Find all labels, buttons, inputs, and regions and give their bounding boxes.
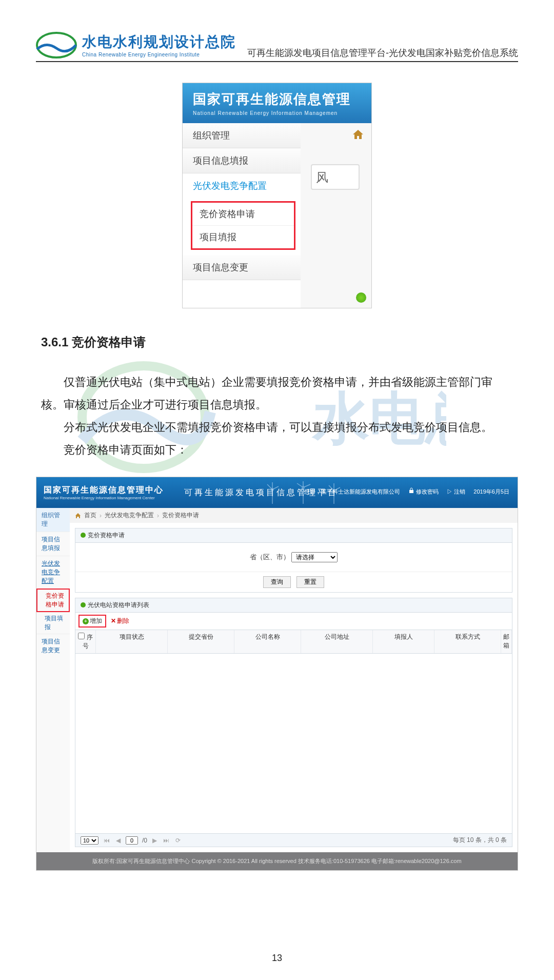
screenshot-app-page: 国家可再生能源信息管理中心 National Renewable Energy … (36, 477, 518, 871)
next-page-button[interactable]: ▶ (151, 837, 158, 844)
province-select[interactable]: 请选择 (291, 552, 338, 562)
chevron-icon: › (157, 512, 159, 519)
col-email: 邮箱 (501, 630, 512, 653)
sidebar-item-info-change[interactable]: 项目信息变更 (36, 634, 70, 658)
topbar-logo-cn: 国家可再生能源信息管理中心 (44, 485, 164, 496)
pager-summary: 每页 10 条，共 0 条 (453, 836, 507, 845)
last-page-button[interactable]: ⏭ (162, 837, 170, 844)
filter-panel: 竞价资格申请 省（区、市） 请选择 查询 重置 (75, 528, 512, 593)
subnav-bid-qualify[interactable]: 竞价资格申请 (192, 203, 294, 225)
content-panel-fragment: 风 (311, 164, 360, 190)
home-icon[interactable] (75, 513, 81, 519)
change-password-link[interactable]: 修改密码 (408, 487, 439, 496)
col-address: 公司地址 (301, 630, 373, 653)
add-button-highlighted[interactable]: +增加 (78, 615, 106, 628)
first-page-button[interactable]: ⏮ (103, 837, 111, 844)
add-icon: + (83, 618, 89, 624)
table-body-empty (75, 654, 512, 833)
body-paragraph-2: 分布式光伏发电企业不需填报竞价资格申请，可以直接填报分布式发电竞价项目信息。 (41, 416, 513, 439)
topbar-right: 您好，某平科士达新能源发电有限公司 修改密码 ▷ 注销 2019年6月5日 (304, 487, 509, 496)
prev-page-button[interactable]: ◀ (115, 837, 122, 844)
sidebar-item-pv-config[interactable]: 光伏发电竞争配置 (36, 556, 70, 589)
page-total: /0 (142, 837, 147, 844)
delete-button[interactable]: ✕删除 (111, 617, 129, 624)
col-company: 公司名称 (234, 630, 301, 653)
col-province: 提交省份 (168, 630, 234, 653)
col-filler: 填报人 (373, 630, 434, 653)
status-dot-icon (81, 533, 86, 538)
document-header: CREEI 水电水利规划设计总院 China Renewable Energy … (36, 31, 518, 62)
province-label: 省（区、市） (250, 553, 290, 561)
highlighted-submenu: 竞价资格申请 项目填报 (191, 201, 295, 250)
nav-item-project-info[interactable]: 项目信息填报 (183, 148, 301, 173)
app-footer: 版权所有:国家可再生能源信息管理中心 Copyright © 2016-2021… (36, 852, 518, 870)
chevron-icon: › (100, 512, 102, 519)
crumb-pv-config[interactable]: 光伏发电竞争配置 (105, 511, 154, 520)
query-button[interactable]: 查询 (263, 576, 291, 588)
list-toolbar: +增加 ✕删除 (75, 613, 512, 630)
page-number: 13 (36, 953, 518, 964)
page-size-select[interactable]: 10 (81, 836, 98, 845)
nav-item-org[interactable]: 组织管理 (183, 123, 301, 148)
section-heading: 3.6.1 竞价资格申请 (41, 334, 518, 350)
sidebar-sub-bid-qualify[interactable]: 竞价资格申请 (36, 589, 70, 612)
reset-button[interactable]: 重置 (296, 576, 324, 588)
crumb-bid-qualify: 竞价资格申请 (162, 511, 199, 520)
crumb-home[interactable]: 首页 (84, 511, 96, 520)
body-paragraph-3: 竞价资格申请页面如下： (41, 439, 513, 461)
svg-rect-17 (409, 490, 413, 493)
body-paragraph-1: 仅普通光伏电站（集中式电站）企业需要填报竞价资格申请，并由省级能源主管部门审核。… (41, 371, 513, 416)
pagination: 10 ⏮ ◀ /0 ▶ ⏭ ⟳ 每页 10 条，共 0 条 (75, 833, 512, 847)
header-left: CREEI 水电水利规划设计总院 China Renewable Energy … (36, 31, 236, 59)
status-dot-icon (81, 602, 86, 607)
page-input[interactable] (126, 836, 138, 845)
svg-line-9 (297, 483, 303, 487)
refresh-button[interactable]: ⟳ (174, 837, 182, 844)
nav-item-info-change[interactable]: 项目信息变更 (183, 255, 301, 280)
list-panel: 光伏电站资格申请列表 +增加 ✕删除 序号 项目状态 提交省份 公司名称 公司地… (75, 598, 512, 847)
org-name-cn: 水电水利规划设计总院 (82, 32, 236, 52)
col-contact: 联系方式 (434, 630, 501, 653)
sidebar-sub-project-fill[interactable]: 项目填报 (36, 612, 70, 634)
col-status: 项目状态 (96, 630, 168, 653)
sidebar-header-org[interactable]: 组织管理 (36, 508, 70, 532)
content-area-preview: 风 (301, 123, 371, 308)
org-name-en: China Renewable Energy Engineering Insti… (82, 52, 236, 57)
delete-icon: ✕ (111, 617, 116, 624)
table-header: 序号 项目状态 提交省份 公司名称 公司地址 填报人 联系方式 邮箱 (75, 630, 512, 654)
filter-panel-header: 竞价资格申请 (75, 528, 512, 543)
list-panel-header: 光伏电站资格申请列表 (75, 598, 512, 613)
creei-logo: CREEI (36, 31, 77, 59)
sidebar-item-project-info[interactable]: 项目信息填报 (36, 532, 70, 556)
logout-link[interactable]: ▷ 注销 (447, 488, 465, 496)
current-date: 2019年6月5日 (473, 488, 509, 496)
app-topbar: 国家可再生能源信息管理中心 National Renewable Energy … (36, 477, 518, 508)
home-icon[interactable] (352, 128, 364, 141)
status-dot-icon (356, 292, 366, 303)
select-all-checkbox[interactable] (78, 633, 85, 639)
topbar-logo-en: National Renewable Energy Information Ma… (44, 496, 164, 500)
sidebar: 组织管理 项目信息填报 光伏发电竞争配置 竞价资格申请 项目填报 项目信息变更 (36, 508, 70, 852)
lock-icon (408, 487, 414, 494)
app-banner: 国家可再生能源信息管理 National Renewable Energy In… (183, 83, 371, 123)
sidebar-nav: 组织管理 项目信息填报 光伏发电竞争配置 竞价资格申请 项目填报 项目信息变更 (183, 123, 301, 308)
screenshot-nav-menu: 国家可再生能源信息管理 National Renewable Energy In… (182, 83, 372, 308)
section-body: 水电总院 仅普通光伏电站（集中式电站）企业需要填报竞价资格申请，并由省级能源主管… (36, 371, 518, 461)
nav-item-pv-config[interactable]: 光伏发电竞争配置 (183, 173, 301, 198)
svg-line-5 (272, 486, 279, 489)
banner-title-en: National Renewable Energy Information Ma… (193, 110, 361, 116)
breadcrumb: 首页 › 光伏发电竞争配置 › 竞价资格申请 (70, 508, 518, 523)
subnav-project-fill[interactable]: 项目填报 (192, 225, 294, 248)
logout-icon: ▷ (447, 488, 452, 495)
banner-title-cn: 国家可再生能源信息管理 (193, 90, 361, 108)
user-greeting: 您好，某平科士达新能源发电有限公司 (304, 488, 400, 496)
doc-title: 可再生能源发电项目信息管理平台-光伏发电国家补贴竞价信息系统 (247, 47, 518, 59)
logo-text: CREEI (46, 36, 67, 44)
svg-line-4 (267, 484, 272, 489)
